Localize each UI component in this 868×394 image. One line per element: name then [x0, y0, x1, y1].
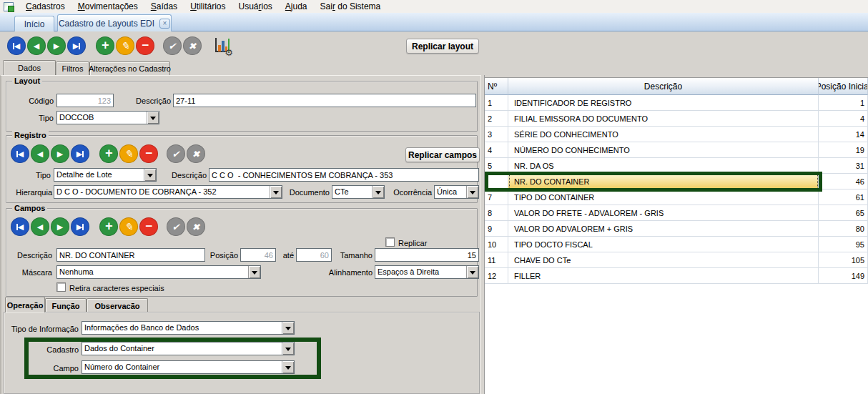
registro-previous-button[interactable]: ◀ — [31, 144, 49, 163]
menu-ajuda[interactable]: Ajuda — [279, 0, 314, 13]
hierarquia-value: D C O - DOCUMENTO DE COBRANÇA - 352 — [56, 187, 268, 196]
next-record-button[interactable]: ▶ — [47, 36, 66, 55]
menu-cadastros[interactable]: Cadastros — [19, 0, 71, 13]
dropdown-arrow-icon[interactable] — [248, 266, 260, 278]
mascara-value: Nenhuma — [59, 267, 247, 276]
first-record-button[interactable]: ◀ — [7, 36, 26, 55]
menu-saidas[interactable]: Saídas — [144, 0, 184, 13]
registro-cancel-button[interactable]: ✖ — [187, 144, 205, 163]
campos-next-button[interactable]: ▶ — [51, 217, 69, 236]
registro-next-button[interactable]: ▶ — [51, 144, 69, 163]
layout-descricao-label: Descrição — [124, 95, 171, 107]
add-record-button[interactable]: + — [96, 36, 114, 55]
dropdown-arrow-icon[interactable] — [466, 186, 478, 198]
tab-filtros[interactable]: Filtros — [56, 61, 89, 75]
replicar-checkbox[interactable] — [385, 237, 395, 247]
tab-cadastro-layouts-edi[interactable]: Cadastro de Layouts EDI × — [57, 14, 172, 31]
grid-header-descricao[interactable]: Descrição — [508, 78, 819, 95]
chart-settings-icon[interactable]: ⚙ — [213, 36, 232, 55]
dropdown-arrow-icon[interactable] — [147, 112, 159, 124]
campo-select[interactable]: Número do Container — [82, 360, 295, 374]
dropdown-arrow-icon[interactable] — [282, 322, 294, 334]
campos-cancel-button[interactable]: ✖ — [187, 217, 205, 236]
alinhamento-select[interactable]: Espaços à Direita — [375, 265, 479, 279]
grid-row-9[interactable]: 9 VALOR DO ADVALOREM + GRIS 80 — [485, 221, 868, 237]
last-record-button[interactable]: ▶ — [67, 36, 86, 55]
campo-descricao-field[interactable] — [56, 248, 205, 262]
grid-header-posicao-inicial[interactable]: Posição Inicial — [819, 78, 868, 95]
registro-tipo-select[interactable]: Detalhe de Lote — [54, 168, 157, 182]
dropdown-arrow-icon[interactable] — [270, 186, 282, 198]
tab-observacao[interactable]: Observacão — [87, 298, 148, 312]
menu-usuarios[interactable]: Usuários — [232, 0, 278, 13]
dropdown-arrow-icon[interactable] — [282, 343, 294, 355]
grid-row-12[interactable]: 12 FILLER 149 — [485, 268, 868, 284]
tab-operacao[interactable]: Operação — [5, 297, 45, 312]
posicao-field[interactable] — [240, 248, 276, 262]
app-window: Cadastros Movimentações Saídas Utilitári… — [0, 0, 868, 394]
documento-select[interactable]: CTe — [332, 185, 385, 199]
grid-row-4[interactable]: 4 NÚMERO DO CONHECIMENTO 19 — [485, 142, 868, 158]
grid-header-row: Nº Descrição Posição Inicial — [485, 78, 868, 95]
grid-row-6-selected[interactable]: 6 NR. DO CONTAINER 46 — [485, 174, 868, 189]
campos-last-button[interactable]: ▶ — [71, 217, 89, 236]
cadastro-select[interactable]: Dados do Container — [82, 342, 295, 355]
edit-record-button[interactable]: ✎ — [116, 36, 134, 55]
registro-edit-button[interactable]: ✎ — [119, 144, 138, 163]
retira-caracteres-checkbox[interactable] — [56, 282, 66, 292]
grid-row-7[interactable]: 7 TIPO DO CONTAINER 61 — [485, 189, 868, 205]
registro-descricao-field[interactable] — [209, 168, 479, 182]
grid-header-numero[interactable]: Nº — [485, 78, 508, 95]
ocorrencia-select[interactable]: Única — [434, 185, 479, 199]
dropdown-arrow-icon[interactable] — [466, 266, 478, 278]
codigo-field[interactable] — [56, 94, 114, 107]
campos-first-button[interactable]: ◀ — [11, 217, 29, 236]
registro-add-button[interactable]: + — [99, 144, 118, 163]
campos-previous-button[interactable]: ◀ — [31, 217, 49, 236]
dropdown-arrow-icon[interactable] — [282, 361, 294, 373]
grid-row-1[interactable]: 1 IDENTIFICADOR DE REGISTRO 1 — [485, 95, 868, 111]
tipo-informacao-select[interactable]: Informações do Banco de Dados — [82, 321, 295, 335]
campos-delete-button[interactable]: − — [139, 217, 158, 236]
registro-first-button[interactable]: ◀ — [11, 144, 29, 163]
grid-row-10[interactable]: 10 TIPO DOCTO FISCAL 95 — [485, 237, 868, 252]
campos-add-button[interactable]: + — [99, 217, 118, 236]
close-tab-icon[interactable]: × — [159, 19, 170, 29]
alinhamento-value: Espaços à Direita — [378, 267, 465, 276]
grid-row-11[interactable]: 11 CHAVE DO CTe 105 — [485, 252, 868, 268]
layout-descricao-field[interactable] — [173, 94, 476, 107]
tab-inicio[interactable]: Início — [14, 16, 54, 31]
registro-confirm-button[interactable]: ✔ — [167, 144, 185, 163]
replicar-layout-button[interactable]: Replicar layout — [406, 39, 479, 54]
registro-tipo-value: Detalhe de Lote — [56, 170, 142, 179]
alinhamento-label: Alinhamento — [318, 267, 373, 278]
tab-funcao[interactable]: Função — [45, 298, 87, 312]
cancel-button[interactable]: ✖ — [183, 36, 202, 55]
dropdown-arrow-icon[interactable] — [372, 186, 384, 198]
delete-record-button[interactable]: − — [136, 36, 154, 55]
tipo-informacao-value: Informações do Banco de Dados — [84, 323, 280, 332]
ocorrencia-label: Ocorrência — [386, 187, 432, 198]
previous-record-button[interactable]: ◀ — [27, 36, 46, 55]
menu-utilitarios[interactable]: Utilitários — [184, 0, 232, 13]
tamanho-field[interactable] — [375, 248, 479, 262]
campos-confirm-button[interactable]: ✔ — [167, 217, 185, 236]
menu-movimentacoes[interactable]: Movimentações — [71, 0, 144, 13]
grid-row-3[interactable]: 3 SÉRIE DO CONHECIMENTO 14 — [485, 127, 868, 142]
menu-sair[interactable]: Sair do Sistema — [314, 0, 388, 13]
ate-field[interactable] — [296, 248, 332, 262]
registro-delete-button[interactable]: − — [139, 144, 158, 163]
mascara-select[interactable]: Nenhuma — [56, 265, 261, 279]
tab-dados[interactable]: Dados — [3, 60, 56, 75]
replicar-campos-button[interactable]: Replicar campos — [405, 147, 480, 162]
grid-row-8[interactable]: 8 VALOR DO FRETE - ADVALOREM - GRIS 65 — [485, 205, 868, 221]
grid-row-2[interactable]: 2 FILIAL EMISSORA DO DOCUMENTO 4 — [485, 111, 868, 127]
campos-edit-button[interactable]: ✎ — [119, 217, 138, 236]
grid-row-5[interactable]: 5 NR. DA OS 31 — [485, 158, 868, 174]
dropdown-arrow-icon[interactable] — [144, 169, 156, 181]
registro-last-button[interactable]: ▶ — [71, 144, 89, 163]
layout-tipo-select[interactable]: DOCCOB — [56, 111, 159, 124]
tab-alteracoes-no-cadastro[interactable]: Alterações no Cadastro — [89, 61, 170, 75]
hierarquia-select[interactable]: D C O - DOCUMENTO DE COBRANÇA - 352 — [54, 185, 282, 199]
confirm-button[interactable]: ✔ — [163, 36, 182, 55]
